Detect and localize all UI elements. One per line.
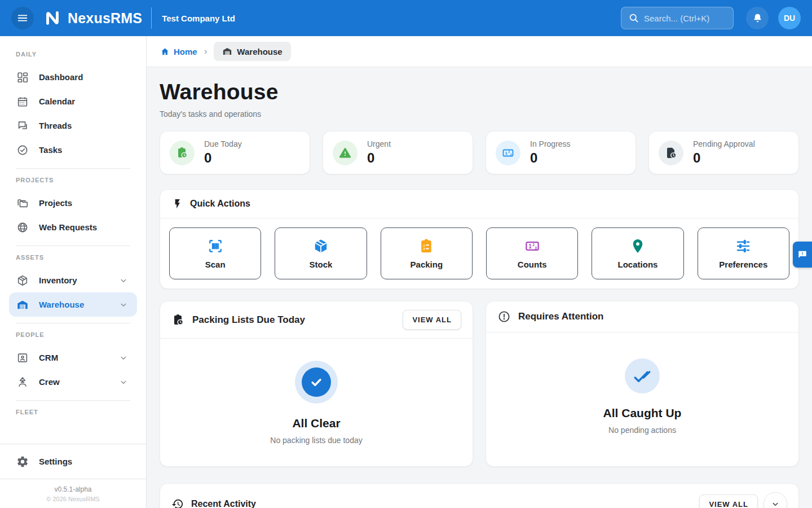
sidebar-item-warehouse[interactable]: Warehouse [9, 292, 137, 317]
main-area: Home › Warehouse Warehouse Today's tasks… [147, 36, 812, 508]
quick-action-label: Counts [518, 260, 547, 269]
clipboard-clock-icon [171, 313, 185, 327]
empty-state-subtitle: No packing lists due today [270, 436, 362, 445]
lightning-bolt-icon [171, 198, 183, 209]
section-label-daily: DAILY [16, 51, 130, 58]
breadcrumb-separator-icon: › [204, 46, 208, 57]
folder-icon [16, 197, 29, 209]
recent-activity-panel: Recent Activity VIEW ALL [160, 483, 799, 508]
warehouse-icon [16, 299, 29, 311]
search-icon [628, 12, 639, 24]
counter-icon: 123 [496, 141, 520, 165]
recent-activity-expand-button[interactable] [764, 492, 787, 508]
dashboard-grid-icon [16, 71, 29, 84]
requires-attention-panel: Requires Attention All Caught Up No pend… [486, 301, 799, 467]
chevron-down-icon [117, 275, 130, 286]
bell-icon [752, 12, 764, 24]
quick-action-packing[interactable]: 12 Packing [381, 227, 473, 279]
sidebar-divider [16, 168, 130, 169]
empty-state-subtitle: No pending actions [608, 426, 676, 435]
page-content: Warehouse Today's tasks and operations D… [147, 67, 812, 508]
gear-icon [16, 456, 29, 468]
svg-text:3: 3 [510, 152, 511, 156]
tune-sliders-icon [735, 238, 752, 255]
brand-name: NexusRMS [68, 10, 142, 27]
search-input[interactable] [644, 14, 726, 23]
svg-text:3: 3 [535, 246, 537, 250]
brand[interactable]: NexusRMS [43, 8, 142, 28]
barcode-scan-icon [207, 238, 224, 255]
sidebar-item-dashboard[interactable]: Dashboard [9, 65, 137, 89]
breadcrumb-current-label: Warehouse [237, 47, 282, 56]
home-icon [160, 47, 170, 56]
stat-label: Pending Approval [693, 139, 755, 148]
chat-threads-icon [16, 120, 29, 132]
quick-action-counts[interactable]: 123 Counts [486, 227, 578, 279]
sidebar-item-label: Projects [39, 198, 130, 208]
section-label-projects: PROJECTS [16, 177, 130, 183]
user-avatar[interactable]: DU [778, 7, 801, 29]
sidebar-item-tasks[interactable]: Tasks [9, 138, 137, 162]
sidebar-item-label: Threads [39, 121, 130, 130]
quick-action-preferences[interactable]: Preferences [698, 227, 789, 279]
stat-card-urgent: Urgent 0 [323, 131, 473, 174]
page-subtitle: Today's tasks and operations [160, 110, 799, 119]
sidebar-item-inventory[interactable]: Inventory [9, 268, 137, 292]
quick-action-locations[interactable]: Locations [592, 227, 683, 279]
svg-text:1: 1 [528, 243, 532, 249]
sidebar-divider [16, 323, 130, 323]
chevron-down-icon [117, 353, 130, 363]
feedback-button[interactable] [793, 242, 812, 268]
page-title: Warehouse [160, 80, 799, 104]
file-clock-icon [659, 141, 683, 165]
copyright: © 2026 NexusRMS [0, 496, 146, 502]
hamburger-icon [16, 12, 29, 24]
requires-attention-title: Requires Attention [518, 311, 787, 322]
global-search[interactable] [621, 7, 734, 29]
packing-lists-empty-state: All Clear No packing lists due today [160, 339, 473, 466]
requires-attention-empty-state: All Caught Up No pending actions [486, 332, 798, 460]
stat-value: 0 [204, 150, 242, 166]
menu-button[interactable] [11, 7, 34, 29]
stat-card-due-today: Due Today 0 [160, 131, 310, 174]
sidebar-item-settings[interactable]: Settings [9, 449, 137, 474]
sidebar-item-label: Inventory [39, 275, 117, 285]
stat-label: Due Today [204, 139, 242, 148]
sidebar-item-web-requests[interactable]: Web Requests [9, 215, 137, 239]
quick-action-label: Locations [618, 260, 658, 269]
quick-actions-panel: Quick Actions Scan Stock [160, 189, 799, 289]
app-header: NexusRMS Test Company Ltd DU [0, 0, 812, 36]
recent-activity-view-all-button[interactable]: VIEW ALL [699, 494, 758, 508]
stat-card-pending-approval: Pending Approval 0 [648, 131, 799, 174]
packing-lists-view-all-button[interactable]: VIEW ALL [403, 310, 461, 330]
stat-value: 0 [530, 150, 571, 166]
header-divider [151, 7, 152, 29]
sidebar-item-crew[interactable]: Crew [9, 370, 137, 394]
sidebar-item-label: Web Requests [39, 222, 130, 232]
sidebar-item-label: CRM [39, 353, 117, 362]
breadcrumb-current[interactable]: Warehouse [214, 42, 290, 61]
package-cube-icon [16, 274, 29, 287]
stat-card-in-progress: 123 In Progress 0 [486, 131, 636, 174]
sidebar-item-crm[interactable]: CRM [9, 345, 137, 370]
sidebar-item-label: Crew [39, 377, 117, 387]
breadcrumb-home-link[interactable]: Home [160, 47, 197, 56]
sidebar-item-threads[interactable]: Threads [9, 113, 137, 138]
section-label-assets: ASSETS [16, 254, 130, 261]
sidebar-item-projects[interactable]: Projects [9, 191, 137, 215]
sidebar-item-calendar[interactable]: Calendar [9, 89, 137, 113]
breadcrumb-home-label: Home [174, 47, 197, 56]
notifications-button[interactable] [746, 7, 769, 29]
sidebar-item-label: Warehouse [39, 300, 117, 309]
quick-action-label: Preferences [719, 260, 767, 269]
quick-actions-body: Scan Stock 12 Packing 123 [160, 218, 798, 288]
section-label-people: PEOPLE [16, 331, 130, 338]
svg-text:2: 2 [423, 247, 425, 251]
svg-text:1: 1 [505, 151, 508, 156]
breadcrumb: Home › Warehouse [147, 36, 812, 67]
chevron-down-icon [117, 300, 130, 310]
quick-action-scan[interactable]: Scan [169, 227, 261, 279]
quick-action-stock[interactable]: Stock [275, 227, 367, 279]
sidebar-settings-block: Settings [0, 444, 146, 479]
calendar-icon [16, 95, 29, 108]
